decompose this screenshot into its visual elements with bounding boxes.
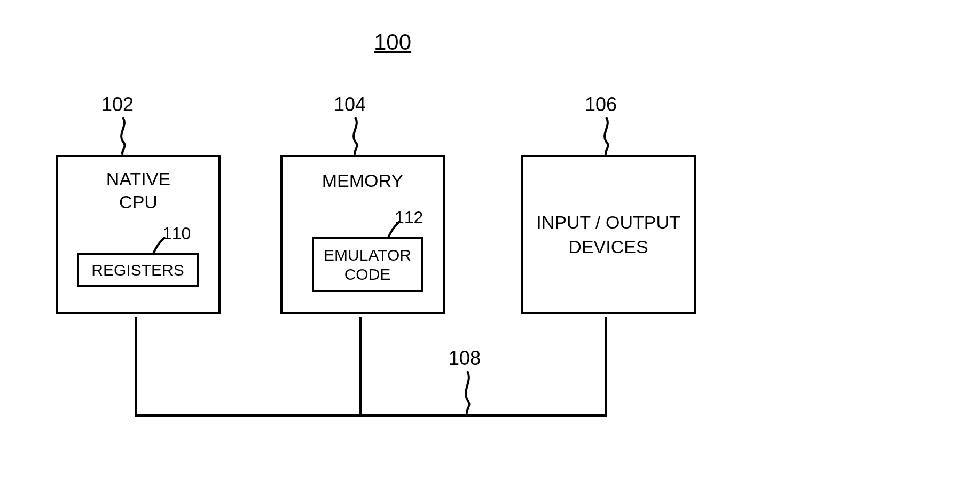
cpu-title: NATIVE CPU — [58, 168, 218, 213]
ref-106: 106 — [585, 93, 617, 116]
leader-106 — [598, 117, 614, 155]
box-registers: REGISTERS — [77, 253, 199, 287]
leader-102 — [115, 117, 131, 155]
bus-line — [135, 414, 607, 417]
ref-108: 108 — [449, 347, 481, 370]
leader-112 — [387, 221, 403, 240]
bus-drop-io — [605, 317, 607, 417]
leader-110 — [152, 237, 168, 256]
box-emulator-code: EMULATOR CODE — [312, 237, 423, 292]
box-io-devices: INPUT / OUTPUT DEVICES — [521, 155, 696, 314]
leader-104 — [347, 117, 363, 155]
ref-104: 104 — [334, 93, 366, 116]
diagram-canvas: 100 102 104 106 NATIVE CPU REGISTERS 110… — [0, 0, 980, 495]
ref-102: 102 — [101, 93, 134, 116]
registers-label: REGISTERS — [91, 261, 184, 279]
box-native-cpu: NATIVE CPU REGISTERS 110 — [56, 155, 221, 314]
leader-108 — [459, 371, 475, 414]
figure-ref-100: 100 — [374, 29, 411, 55]
bus-drop-cpu — [135, 317, 137, 417]
memory-title: MEMORY — [283, 170, 443, 191]
io-title: INPUT / OUTPUT DEVICES — [523, 210, 694, 260]
emulator-label: EMULATOR CODE — [324, 246, 411, 284]
bus-drop-mem — [359, 317, 362, 417]
box-memory: MEMORY EMULATOR CODE 112 — [280, 155, 445, 314]
